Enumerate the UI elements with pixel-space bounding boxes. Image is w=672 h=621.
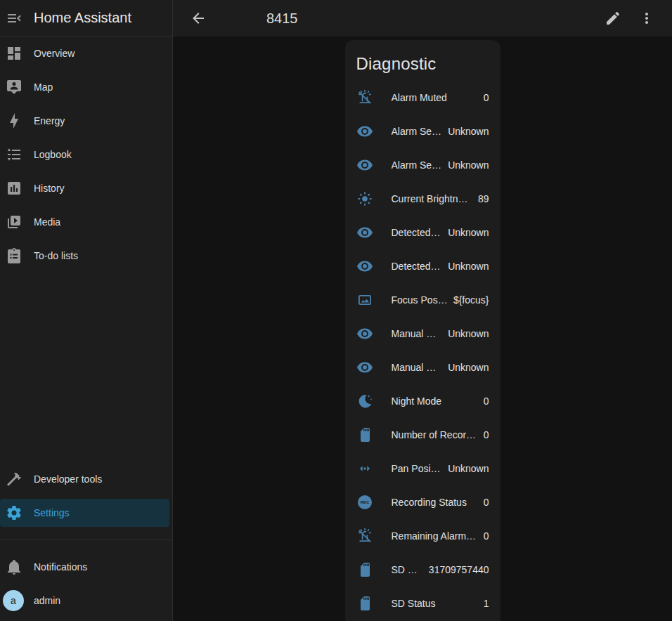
hammer-icon [6,471,22,488]
sidebar-item-to-do-lists[interactable]: To-do lists [0,242,172,270]
play-box-multiple-icon [6,214,22,230]
sidebar-item-developer-tools[interactable]: Developer tools [0,465,172,493]
sidebar-item-history[interactable]: History [0,174,172,202]
sidebar-item-label: Developer tools [34,473,102,485]
entity-value: Unknown [448,159,489,171]
entity-value: 0 [484,530,489,542]
alarm-light-off-icon [356,89,373,106]
menu-toggle-icon[interactable] [6,10,22,27]
view-dashboard-icon [6,45,22,62]
sidebar-bottom-nav: Developer toolsSettings [0,462,172,530]
sidebar-header: Home Assistant [0,0,172,37]
entity-name: Alarm Se… [392,126,443,137]
entity-name: Current Brightne… [392,193,472,204]
entity-value: Unknown [448,362,489,373]
sidebar-footer-nav: Notifications [0,550,172,584]
entity-row-pan-posit[interactable]: Pan Posit…Unknown [356,452,489,485]
sidebar-main-nav: OverviewMapEnergyLogbookHistoryMediaTo-d… [0,37,172,273]
back-button[interactable] [190,10,207,27]
sidebar-divider [0,540,172,540]
sidebar: Home Assistant OverviewMapEnergyLogbookH… [0,0,173,621]
entity-name: Night Mode [392,396,478,407]
dashboard-view: Diagnostic Alarm Muted0Alarm Se…UnknownA… [173,37,672,621]
sidebar-item-overview[interactable]: Overview [0,39,172,67]
lightning-bolt-icon [6,112,22,129]
user-avatar: a [3,590,24,611]
entity-value: 0 [484,429,489,440]
entity-value: 0 [484,396,489,407]
entity-name: SD Status [392,598,478,609]
entity-name: SD S… [392,564,423,575]
page-title: 8415 [266,11,298,27]
entity-name: Detected … [392,261,443,272]
sidebar-item-label: History [34,183,65,194]
entity-row-current-brightne[interactable]: Current Brightne…89 [356,182,489,216]
entity-value: 89 [478,193,489,204]
entity-row-detected[interactable]: Detected …Unknown [356,216,489,249]
entity-value: Unknown [448,463,489,474]
entity-row-sd-s[interactable]: SD S…31709757440 [356,553,489,587]
entity-row-night-mode[interactable]: Night Mode0 [356,384,489,418]
alarm-light-off-icon [356,528,373,544]
toolbar-actions [605,10,655,27]
cog-icon [6,504,22,521]
entity-row-alarm-se[interactable]: Alarm Se…Unknown [356,115,489,148]
entity-row-detected[interactable]: Detected …Unknown [356,249,489,283]
sd-card-icon [356,426,373,443]
sidebar-item-label: Settings [34,507,70,518]
entity-row-sd-status[interactable]: SD Status1 [356,587,489,620]
main-area: 8415 Diagnostic Alarm Muted0Alarm Se…Unk… [173,0,672,621]
sidebar-item-label: Notifications [34,561,87,573]
sidebar-item-label: Logbook [34,149,72,160]
entity-name: Alarm Se… [392,159,443,171]
bell-icon [6,558,22,575]
image-icon [356,292,373,308]
edit-dashboard-button[interactable] [605,10,621,27]
overflow-menu-button[interactable] [638,10,655,27]
entity-name: Manual O… [392,328,443,339]
sidebar-item-label: Map [34,81,53,93]
sidebar-item-energy[interactable]: Energy [0,107,172,135]
entity-row-manual-o[interactable]: Manual O…Unknown [356,317,489,351]
app-window: Home Assistant OverviewMapEnergyLogbookH… [0,0,672,621]
sidebar-item-logbook[interactable]: Logbook [0,140,172,169]
entity-name: Focus Pos… [392,294,448,306]
sd-card-icon [356,595,373,612]
entity-row-manual-o[interactable]: Manual O…Unknown [356,351,489,384]
sidebar-item-label: Energy [34,115,65,126]
app-title: Home Assistant [34,10,131,26]
entity-value: 0 [484,497,489,508]
entity-name: Number of Recor… [392,429,478,440]
entity-row-focus-pos[interactable]: Focus Pos…${focus} [356,283,489,317]
entity-row-recording-status[interactable]: RECRecording Status0 [356,485,489,519]
entity-value: 0 [484,92,489,103]
entity-list: Alarm Muted0Alarm Se…UnknownAlarm Se…Unk… [356,81,489,620]
eye-icon [356,258,373,275]
entity-value: Unknown [448,261,489,272]
entity-value: 1 [484,598,489,609]
entity-name: Manual O… [392,362,443,373]
user-name: admin [34,595,60,606]
entity-value: Unknown [448,328,489,339]
sidebar-item-map[interactable]: Map [0,73,172,101]
entity-row-alarm-se[interactable]: Alarm Se…Unknown [356,148,489,182]
entity-value: Unknown [448,126,489,137]
entity-row-remaining-alarm[interactable]: Remaining Alarm …0 [356,519,489,553]
sidebar-item-notifications[interactable]: Notifications [0,553,172,581]
entity-value: 31709757440 [429,564,489,575]
eye-icon [356,359,373,376]
svg-text:REC: REC [360,500,369,504]
card-title: Diagnostic [356,54,489,74]
entity-row-alarm-muted[interactable]: Alarm Muted0 [356,81,489,115]
entity-row-number-of-recor[interactable]: Number of Recor…0 [356,418,489,452]
sidebar-item-media[interactable]: Media [0,208,172,236]
entity-name: Remaining Alarm … [392,530,478,542]
sidebar-item-profile[interactable]: a admin [0,587,172,615]
entity-name: Alarm Muted [392,92,478,103]
sidebar-item-settings[interactable]: Settings [0,499,169,527]
entity-name: Recording Status [392,497,478,508]
entity-name: Pan Posit… [392,463,443,474]
pan-horizontal-icon [356,460,373,477]
weather-night-icon [356,393,373,410]
sidebar-spacer [0,273,172,462]
